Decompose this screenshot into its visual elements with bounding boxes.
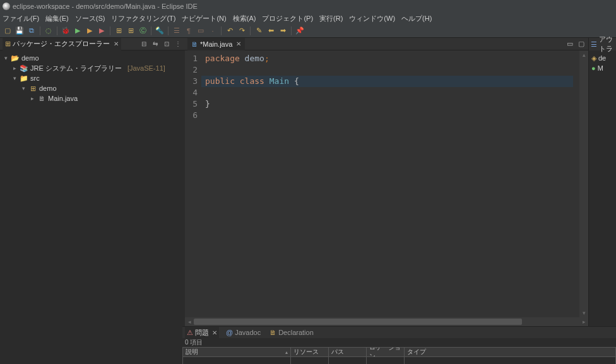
line-number: 5 — [185, 98, 198, 110]
editor-tab-main[interactable]: 🗎 *Main.java ✕ — [187, 38, 245, 50]
horizontal-scrollbar[interactable]: ◂ ▸ — [185, 317, 588, 326]
tab-package-explorer[interactable]: ⊞ パッケージ・エクスプローラー ✕ — [3, 38, 121, 50]
java-file-icon: 🗎 — [37, 95, 46, 102]
close-icon[interactable]: ✕ — [114, 40, 119, 47]
chevron-right-icon[interactable]: ▸ — [29, 95, 35, 102]
view-menu-icon[interactable]: ⋮ — [174, 40, 182, 49]
library-icon: 📚 — [20, 64, 28, 73]
vertical-scrollbar[interactable]: ▴ ▾ — [579, 50, 588, 317]
search-icon[interactable]: 🔦 — [155, 26, 165, 36]
package-explorer-tabbar: ⊞ パッケージ・エクスプローラー ✕ ⊟ ⇆ ⊡ ⋮ — [0, 38, 185, 50]
col-description[interactable]: 説明▴ — [182, 347, 291, 357]
code-token: package — [205, 54, 240, 63]
scroll-thumb[interactable] — [194, 319, 522, 325]
scroll-up-icon[interactable]: ▴ — [579, 50, 588, 59]
declaration-icon: 🗎 — [270, 329, 276, 336]
line-gutter: 1 2 3 4 5 6 — [185, 50, 201, 317]
new-package-icon[interactable]: ⊞ — [126, 26, 136, 36]
col-type[interactable]: タイプ — [405, 347, 616, 357]
tab-javadoc[interactable]: @ Javadoc — [224, 327, 263, 338]
menu-help[interactable]: ヘルプ(H) — [401, 14, 432, 23]
separator-icon — [57, 26, 57, 35]
tree-jre[interactable]: ▸ 📚 JRE システム・ライブラリー [JavaSE-11] — [3, 63, 182, 73]
line-number: 2 — [185, 64, 198, 76]
chevron-down-icon[interactable]: ▾ — [3, 55, 9, 61]
maximize-icon[interactable]: ▢ — [577, 40, 586, 49]
menu-edit[interactable]: 編集(E) — [45, 14, 69, 23]
tree-file[interactable]: ▸ 🗎 Main.java — [3, 93, 182, 103]
new-java-project-icon[interactable]: ⊞ — [114, 26, 124, 36]
outline-row[interactable]: ● M — [591, 63, 613, 73]
tree-package[interactable]: ▾ ⊞ demo — [3, 83, 182, 93]
open-type-icon[interactable]: ◌ — [44, 26, 54, 36]
scroll-down-icon[interactable]: ▾ — [579, 308, 588, 317]
package-explorer-tree: ▾ 📂 demo ▸ 📚 JRE システム・ライブラリー [JavaSE-11]… — [0, 50, 185, 326]
src-label: src — [30, 74, 40, 82]
tab-declaration[interactable]: 🗎 Declaration — [268, 327, 316, 338]
show-whitespace-icon[interactable]: · — [208, 26, 218, 36]
col-path[interactable]: パス — [329, 347, 367, 357]
back-icon[interactable]: ⬅ — [266, 26, 276, 36]
coverage-icon[interactable]: ▶ — [85, 26, 95, 36]
close-icon[interactable]: ✕ — [212, 329, 217, 336]
menu-source[interactable]: ソース(S) — [75, 14, 105, 23]
save-all-icon[interactable]: ⧉ — [27, 26, 37, 36]
forward-icon[interactable]: ➡ — [278, 26, 288, 36]
problems-panel: ⚠ 問題 ✕ @ Javadoc 🗎 Declaration 0 項目 説明▴ … — [182, 326, 616, 364]
save-icon[interactable]: 💾 — [15, 26, 25, 36]
editor-area[interactable]: 1 2 3 4 5 6 package demo; public class M… — [185, 50, 588, 317]
tree-src[interactable]: ▾ 📁 src — [3, 73, 182, 83]
toggle-mark-icon[interactable]: ¶ — [184, 26, 194, 36]
toggle-breadcrumb-icon[interactable]: ☰ — [172, 26, 182, 36]
outline-panel: ☰ アウトラ ◈ de ● M — [588, 38, 616, 326]
close-icon[interactable]: ✕ — [236, 40, 241, 47]
line-number: 3 — [185, 76, 198, 87]
chevron-down-icon[interactable]: ▾ — [11, 75, 18, 81]
focus-icon[interactable]: ⊡ — [162, 40, 171, 49]
link-editor-icon[interactable]: ⇆ — [151, 40, 160, 49]
menu-refactor[interactable]: リファクタリング(T) — [111, 14, 175, 23]
table-header-row: 説明▴ リソース パス ロケーション タイプ — [182, 347, 616, 357]
menu-run[interactable]: 実行(R) — [319, 14, 343, 23]
menu-project[interactable]: プロジェクト(P) — [262, 14, 313, 23]
run-ext-icon[interactable]: ▶ — [97, 26, 107, 36]
menu-window[interactable]: ウィンドウ(W) — [349, 14, 395, 23]
menubar: ファイル(F) 編集(E) ソース(S) リファクタリング(T) ナビゲート(N… — [0, 13, 616, 24]
prev-annotation-icon[interactable]: ↶ — [225, 26, 235, 36]
editor-panel: 🗎 *Main.java ✕ ▭ ▢ 1 2 3 4 5 6 package d… — [185, 38, 588, 326]
col-location[interactable]: ロケーション — [367, 347, 405, 357]
toggle-block-icon[interactable]: ▭ — [196, 26, 206, 36]
col-resource[interactable]: リソース — [291, 347, 329, 357]
menu-file[interactable]: ファイル(F) — [3, 14, 39, 23]
jre-version-label: [JavaSE-11] — [127, 64, 165, 72]
pin-icon[interactable]: 📌 — [295, 26, 305, 36]
project-label: demo — [21, 54, 39, 62]
debug-icon[interactable]: 🐞 — [61, 26, 71, 36]
scroll-left-icon[interactable]: ◂ — [185, 317, 194, 326]
chevron-right-icon[interactable]: ▸ — [11, 65, 18, 71]
outline-row[interactable]: ◈ de — [591, 53, 613, 63]
outline-tabbar: ☰ アウトラ — [589, 38, 616, 50]
scroll-right-icon[interactable]: ▸ — [579, 317, 588, 326]
menu-search[interactable]: 検索(A) — [233, 14, 256, 23]
package-decl-icon: ◈ — [591, 54, 596, 62]
class-decl-icon: ● — [591, 64, 596, 72]
declaration-tab-label: Declaration — [278, 329, 314, 336]
chevron-down-icon[interactable]: ▾ — [20, 85, 27, 91]
next-annotation-icon[interactable]: ↷ — [237, 26, 247, 36]
code-area[interactable]: package demo; public class Main { } — [201, 50, 579, 317]
tree-project[interactable]: ▾ 📂 demo — [3, 53, 182, 63]
new-class-icon[interactable]: Ⓒ — [138, 26, 148, 36]
new-icon[interactable]: ▢ — [3, 26, 13, 36]
outline-label: de — [598, 54, 606, 62]
minimize-icon[interactable]: ▭ — [566, 40, 574, 49]
collapse-all-icon[interactable]: ⊟ — [139, 40, 148, 49]
run-icon[interactable]: ▶ — [73, 26, 83, 36]
window-title: eclipse-workspace - demo/src/demo/Main.j… — [13, 3, 198, 10]
javadoc-icon: @ — [226, 329, 233, 336]
last-edit-icon[interactable]: ✎ — [254, 26, 264, 36]
problems-tab-label: 問題 — [195, 328, 209, 338]
titlebar: eclipse-workspace - demo/src/demo/Main.j… — [0, 0, 616, 13]
tab-problems[interactable]: ⚠ 問題 ✕ — [185, 327, 219, 338]
menu-navigate[interactable]: ナビゲート(N) — [182, 14, 226, 23]
